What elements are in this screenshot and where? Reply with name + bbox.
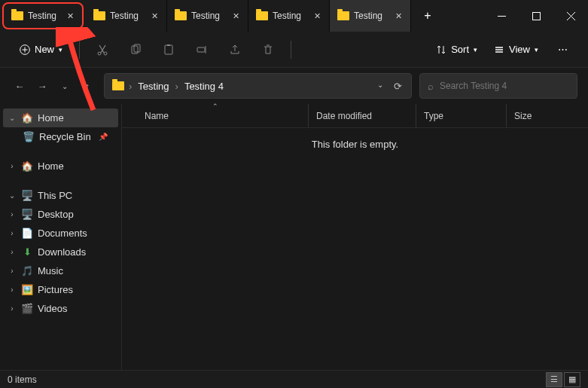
chevron-right-icon[interactable]: ›: [8, 229, 17, 237]
breadcrumb-segment[interactable]: Testing 4: [183, 81, 225, 92]
close-icon[interactable]: ✕: [392, 10, 404, 22]
sidebar-item-home[interactable]: › 🏠 Home: [3, 157, 118, 176]
minimize-button[interactable]: [484, 0, 519, 32]
navigation-bar: ← → ⌄ ↑ › Testing › Testing 4 ⌄ ⟳ ⌕: [0, 68, 588, 104]
sidebar-item-home[interactable]: ⌄ 🏠 Home: [3, 108, 118, 127]
sidebar-label: This PC: [38, 190, 72, 201]
new-button[interactable]: New ▾: [12, 41, 70, 58]
sidebar-item-downloads[interactable]: › ⬇ Downloads: [3, 243, 118, 261]
sidebar-item-documents[interactable]: › 📄 Documents: [3, 224, 118, 243]
sidebar: ⌄ 🏠 Home 🗑️ Recycle Bin 📌 › 🏠 Home ⌄ 🖥️ …: [0, 104, 122, 370]
address-bar[interactable]: › Testing › Testing 4 ⌄ ⟳: [104, 73, 412, 99]
view-button[interactable]: View ▾: [488, 41, 544, 58]
rename-button[interactable]: [188, 36, 215, 63]
svg-rect-9: [197, 47, 205, 52]
chevron-right-icon[interactable]: ›: [8, 210, 17, 218]
sidebar-label: Desktop: [38, 209, 74, 220]
item-count: 0 items: [8, 374, 37, 385]
tab-0[interactable]: Testing ✕: [2, 2, 84, 29]
close-icon[interactable]: ✕: [311, 10, 323, 22]
tab-4[interactable]: Testing ✕: [330, 0, 411, 32]
chevron-down-icon[interactable]: ⌄: [377, 81, 383, 92]
home-icon: 🏠: [21, 112, 33, 124]
tab-strip: Testing ✕ Testing ✕ Testing ✕ Testing ✕ …: [0, 0, 484, 32]
paste-button[interactable]: [155, 36, 182, 63]
chevron-right-icon[interactable]: ›: [8, 267, 17, 275]
close-icon[interactable]: ✕: [230, 10, 242, 22]
chevron-right-icon[interactable]: ›: [8, 248, 17, 256]
sidebar-item-desktop[interactable]: › 🖥️ Desktop: [3, 205, 118, 224]
search-bar[interactable]: ⌕: [419, 73, 577, 99]
tab-1[interactable]: Testing ✕: [86, 0, 167, 32]
tab-3[interactable]: Testing ✕: [248, 0, 330, 32]
chevron-right-icon[interactable]: ›: [8, 286, 17, 294]
pin-icon: 📌: [99, 133, 108, 141]
column-label: Name: [145, 111, 169, 121]
new-label: New: [35, 44, 54, 55]
plus-circle-icon: [20, 44, 30, 55]
cut-button[interactable]: [89, 36, 116, 63]
back-button[interactable]: ←: [11, 74, 29, 98]
folder-icon: [256, 11, 268, 20]
refresh-button[interactable]: ⟳: [394, 81, 402, 92]
share-button[interactable]: [221, 36, 248, 63]
details-view-toggle[interactable]: ☰: [546, 372, 562, 387]
delete-button[interactable]: [254, 36, 282, 63]
empty-folder-message: This folder is empty.: [122, 128, 588, 160]
up-button[interactable]: ↑: [78, 74, 96, 98]
sort-button[interactable]: Sort ▾: [430, 41, 483, 58]
sidebar-label: Documents: [38, 228, 87, 239]
forward-button[interactable]: →: [33, 74, 51, 98]
tab-label: Testing: [191, 11, 225, 21]
videos-icon: 🎬: [21, 303, 33, 314]
recent-dropdown[interactable]: ⌄: [56, 74, 74, 98]
sidebar-item-music[interactable]: › 🎵 Music: [3, 261, 118, 280]
svg-point-3: [98, 52, 101, 55]
chevron-down-icon: ▾: [474, 46, 477, 53]
folder-icon: [112, 81, 124, 90]
chevron-down-icon[interactable]: ⌄: [8, 114, 17, 122]
chevron-down-icon[interactable]: ⌄: [8, 191, 17, 200]
chevron-down-icon: ▾: [535, 46, 538, 53]
column-label: Size: [514, 111, 532, 121]
sidebar-item-videos[interactable]: › 🎬 Videos: [3, 299, 118, 318]
search-input[interactable]: [440, 81, 569, 91]
toolbar: New ▾ Sort ▾ View ▾ ⋯: [0, 32, 588, 68]
sidebar-label: Downloads: [38, 246, 86, 258]
maximize-button[interactable]: [519, 0, 553, 32]
search-icon: ⌕: [428, 81, 434, 92]
svg-rect-7: [165, 45, 172, 54]
breadcrumb-segment[interactable]: Testing: [136, 81, 170, 92]
sidebar-item-pictures[interactable]: › 🖼️ Pictures: [3, 280, 118, 299]
view-icon: [494, 44, 504, 55]
column-header-size[interactable]: Size: [507, 104, 588, 127]
sidebar-item-recycle-bin[interactable]: 🗑️ Recycle Bin 📌: [3, 127, 118, 146]
chevron-right-icon[interactable]: ›: [8, 162, 17, 170]
folder-icon: [337, 11, 349, 20]
copy-button[interactable]: [122, 36, 149, 63]
title-bar: Testing ✕ Testing ✕ Testing ✕ Testing ✕ …: [0, 0, 588, 32]
nav-arrows: ← → ⌄ ↑: [11, 74, 96, 98]
thumbnails-view-toggle[interactable]: ▦: [564, 372, 580, 387]
chevron-right-icon[interactable]: ›: [8, 304, 17, 313]
tab-label: Testing: [354, 11, 388, 21]
chevron-right-icon: ›: [175, 81, 178, 92]
desktop-icon: 🖥️: [21, 209, 33, 220]
svg-rect-8: [167, 44, 170, 46]
close-button[interactable]: [553, 0, 588, 32]
column-header-type[interactable]: Type: [416, 104, 507, 127]
view-label: View: [509, 44, 530, 55]
column-header-date[interactable]: Date modified: [309, 104, 416, 127]
chevron-right-icon: ›: [129, 81, 132, 92]
close-icon[interactable]: ✕: [148, 10, 160, 22]
sidebar-label: Recycle Bin: [39, 131, 91, 142]
more-button[interactable]: ⋯: [549, 36, 576, 63]
close-icon[interactable]: ✕: [64, 10, 76, 22]
folder-icon: [175, 11, 187, 20]
sidebar-label: Home: [38, 160, 64, 172]
column-headers: Name ⌃ Date modified Type Size: [122, 104, 588, 128]
sidebar-item-thispc[interactable]: ⌄ 🖥️ This PC: [3, 186, 118, 205]
new-tab-button[interactable]: +: [411, 0, 444, 32]
tab-2[interactable]: Testing ✕: [167, 0, 248, 32]
column-header-name[interactable]: Name ⌃: [122, 104, 309, 127]
